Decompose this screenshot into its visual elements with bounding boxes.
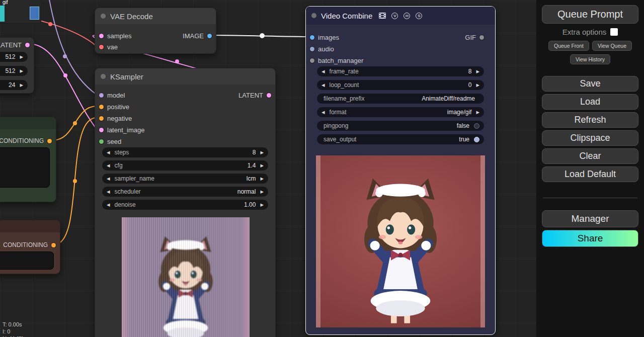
decrement-icon[interactable]: ◀ <box>321 69 325 74</box>
collapse-dot-icon[interactable] <box>101 74 106 79</box>
widget-cfg[interactable]: ◀ cfg 1.4 ▶ <box>102 160 268 171</box>
input-slot-positive[interactable]: positive <box>95 101 129 112</box>
link-midpoint-dot[interactable] <box>73 121 77 125</box>
queue-front-button[interactable]: Queue Front <box>548 41 589 51</box>
node-positive-prompt-partial[interactable]: CONDITIONING <box>0 117 56 202</box>
toggle-on-icon[interactable] <box>474 137 479 142</box>
widget-scheduler[interactable]: ◀ scheduler normal ▶ <box>102 187 268 197</box>
widget-filename-prefix[interactable]: filename_prefix AnimateDiff/readme <box>317 94 484 104</box>
decrement-icon[interactable]: ◀ <box>107 203 110 207</box>
node-header[interactable] <box>0 117 56 129</box>
node-header[interactable]: Video Combine V H S <box>306 7 495 25</box>
seed-slot-dot[interactable] <box>99 139 104 144</box>
image-slot-dot[interactable] <box>310 35 314 40</box>
conditioning-slot-dot[interactable] <box>99 105 104 109</box>
widget-loop-count[interactable]: ◀ loop_count 0 ▶ <box>317 80 484 90</box>
widget-denoise[interactable]: ◀ denoise 1.00 ▶ <box>102 200 268 210</box>
clear-button[interactable]: Clear <box>542 148 638 164</box>
widget-pingpong[interactable]: pingpong false <box>317 121 484 131</box>
decrement-icon[interactable]: ◀ <box>107 150 110 155</box>
input-slot-vae[interactable]: vae <box>95 41 118 52</box>
gif-slot-dot[interactable] <box>479 35 484 40</box>
link-negative-conditioning[interactable] <box>54 118 97 244</box>
increment-icon[interactable]: ▶ <box>260 203 264 207</box>
increment-icon[interactable]: ▶ <box>476 69 479 74</box>
node-video-combine[interactable]: Video Combine V H S images audio <box>305 6 496 335</box>
widget-height[interactable]: 512 ▶ <box>0 66 28 76</box>
prompt-textbox[interactable] <box>0 251 54 270</box>
audio-slot-dot[interactable] <box>310 47 314 51</box>
decrement-icon[interactable]: ◀ <box>321 110 325 115</box>
input-slot-images[interactable]: images <box>306 32 339 43</box>
increment-icon[interactable]: ▶ <box>476 110 479 115</box>
view-history-button[interactable]: View History <box>570 54 610 64</box>
increment-icon[interactable]: ▶ <box>20 69 23 73</box>
link-midpoint-dot[interactable] <box>260 33 265 38</box>
link-midpoint-dot[interactable] <box>175 59 179 63</box>
increment-icon[interactable]: ▶ <box>260 150 264 155</box>
link-midpoint-dot[interactable] <box>73 179 77 183</box>
widget-width[interactable]: 512 ▶ <box>0 52 28 62</box>
collapse-dot-icon[interactable] <box>101 14 106 19</box>
node-ksampler[interactable]: KSampler model positive negative latent_… <box>95 68 276 337</box>
save-button[interactable]: Save <box>542 76 638 92</box>
latent-slot-dot[interactable] <box>267 93 271 98</box>
widget-batch[interactable]: 24 ▶ <box>0 80 28 90</box>
link-midpoint-dot[interactable] <box>48 22 52 26</box>
load-default-button[interactable]: Load Default <box>542 166 638 182</box>
conditioning-slot-dot[interactable] <box>99 116 104 121</box>
clipspace-button[interactable]: Clipspace <box>542 130 638 146</box>
conditioning-slot-dot[interactable] <box>51 243 56 247</box>
image-slot-dot[interactable] <box>207 34 212 38</box>
decrement-icon[interactable]: ◀ <box>107 190 110 194</box>
increment-icon[interactable]: ▶ <box>260 190 264 194</box>
node-empty-latent-partial[interactable]: LATENT 512 ▶ 512 ▶ 24 ▶ <box>0 37 34 94</box>
load-button[interactable]: Load <box>542 94 638 110</box>
latent-slot-dot[interactable] <box>25 43 30 47</box>
input-slot-batch-manager[interactable]: batch_manager <box>306 55 363 66</box>
input-slot-model[interactable]: model <box>95 90 125 101</box>
node-header[interactable] <box>0 220 60 232</box>
output-slot-latent[interactable]: LATENT <box>0 39 34 50</box>
prompt-textbox[interactable] <box>0 147 50 188</box>
output-slot-latent[interactable]: LATENT <box>238 90 275 101</box>
batch-manager-slot-dot[interactable] <box>310 58 314 63</box>
output-slot-conditioning[interactable]: CONDITIONING <box>3 239 60 250</box>
increment-icon[interactable]: ▶ <box>260 163 264 168</box>
vae-slot-dot[interactable] <box>99 45 104 49</box>
decrement-icon[interactable]: ◀ <box>321 83 325 88</box>
node-negative-prompt-partial[interactable]: CONDITIONING <box>0 220 60 274</box>
link-image-to-video-combine[interactable] <box>212 35 311 37</box>
conditioning-slot-dot[interactable] <box>47 139 52 143</box>
link-midpoint-dot[interactable] <box>63 73 67 77</box>
increment-icon[interactable]: ▶ <box>20 83 23 88</box>
queue-prompt-button[interactable]: Queue Prompt <box>542 5 638 24</box>
widget-format[interactable]: ◀ format image/gif ▶ <box>317 107 484 117</box>
widget-sampler-name[interactable]: ◀ sampler_name lcm ▶ <box>102 174 268 184</box>
input-slot-negative[interactable]: negative <box>95 113 132 124</box>
share-button[interactable]: Share <box>542 230 638 247</box>
input-slot-samples[interactable]: samples <box>95 30 131 41</box>
link-positive-conditioning[interactable] <box>52 106 97 140</box>
toggle-off-icon[interactable] <box>474 123 479 129</box>
input-slot-seed[interactable]: seed <box>95 136 121 147</box>
manager-button[interactable]: Manager <box>542 210 638 227</box>
latent-slot-dot[interactable] <box>99 128 104 132</box>
latent-slot-dot[interactable] <box>99 34 104 38</box>
node-header[interactable]: VAE Decode <box>95 8 216 24</box>
node-gif-preview-partial[interactable]: gif <box>0 0 41 24</box>
graph-canvas[interactable]: gif LATENT 512 ▶ 512 ▶ 24 ▶ <box>0 0 536 337</box>
refresh-button[interactable]: Refresh <box>542 112 638 128</box>
decrement-icon[interactable]: ◀ <box>107 163 110 168</box>
widget-save-output[interactable]: save_output true <box>317 134 484 144</box>
input-slot-audio[interactable]: audio <box>306 43 334 54</box>
link-model-to-ksampler[interactable] <box>48 0 97 95</box>
view-queue-button[interactable]: View Queue <box>592 41 632 51</box>
model-slot-dot[interactable] <box>99 93 104 98</box>
input-slot-latent-image[interactable]: latent_image <box>95 124 144 135</box>
widget-steps[interactable]: ◀ steps 8 ▶ <box>102 147 268 157</box>
node-header[interactable]: KSampler <box>95 68 275 85</box>
link-midpoint-dot[interactable] <box>63 54 67 58</box>
collapse-dot-icon[interactable] <box>311 13 316 18</box>
output-slot-image[interactable]: IMAGE <box>183 30 216 41</box>
